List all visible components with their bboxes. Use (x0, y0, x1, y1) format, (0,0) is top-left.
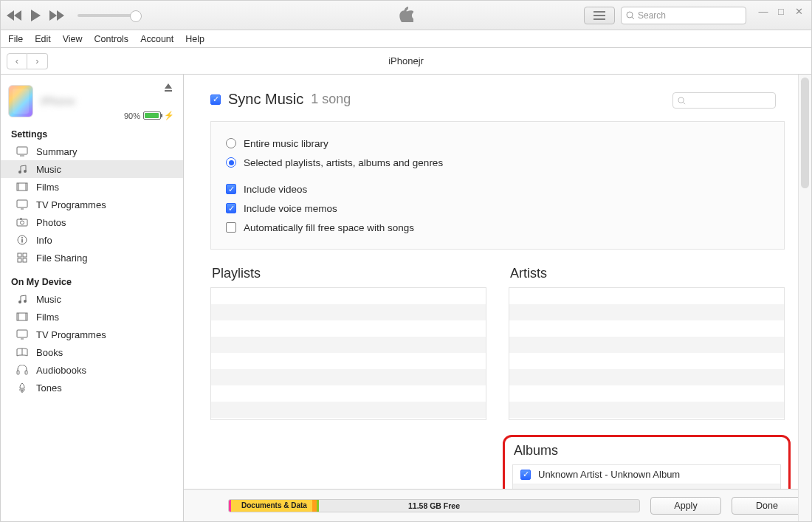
menu-account[interactable]: Account (140, 34, 173, 44)
sync-music-title: Sync Music (228, 91, 303, 108)
capacity-docs-label: Documents & Data (241, 501, 307, 509)
sidebar: iPhone 90% ⚡ Settings SummaryMusicFilmsT… (1, 75, 184, 521)
svg-rect-17 (18, 253, 21, 257)
main-pane: Sync Music 1 song Entire music library S… (184, 75, 811, 521)
sidebar-item-tv-programmes[interactable]: TV Programmes (1, 326, 183, 343)
sidebar-item-photos[interactable]: Photos (1, 213, 183, 231)
sidebar-item-label: Films (36, 182, 59, 193)
sidebar-item-summary[interactable]: Summary (1, 142, 183, 160)
done-button[interactable]: Done (732, 497, 802, 515)
album-row[interactable]: Unknown Artist - Unknown Album (513, 465, 780, 484)
svg-point-0 (627, 12, 633, 18)
sidebar-item-label: Photos (36, 217, 66, 228)
itunes-window: Search — □ ✕ File Edit View Controls Acc… (0, 0, 812, 522)
radio-selected[interactable] (226, 157, 236, 168)
label-selected: Selected playlists, artists, albums and … (244, 157, 443, 168)
volume-slider[interactable] (78, 14, 137, 17)
svg-rect-9 (17, 200, 27, 207)
battery-icon (143, 111, 161, 120)
films-icon (16, 312, 29, 321)
svg-line-33 (683, 102, 685, 104)
sidebar-item-label: TV Programmes (36, 329, 106, 340)
sidebar-item-music[interactable]: Music (1, 290, 183, 308)
sidebar-item-tv-programmes[interactable]: TV Programmes (1, 196, 183, 213)
device-name: iPhone (41, 95, 75, 107)
sidebar-item-films[interactable]: Films (1, 308, 183, 326)
label-include-memos: Include voice memos (244, 203, 337, 214)
sidebar-item-label: Music (36, 294, 61, 305)
tones-icon (16, 382, 29, 393)
sidebar-item-label: Audiobooks (36, 365, 86, 376)
vertical-scrollbar[interactable] (798, 75, 811, 521)
forward-button[interactable] (48, 10, 64, 21)
artists-listbox[interactable] (509, 287, 785, 420)
nav-forward-button[interactable]: › (27, 53, 48, 69)
menu-file[interactable]: File (8, 34, 23, 44)
svg-rect-15 (21, 239, 23, 243)
checkbox-autofill[interactable] (226, 222, 236, 233)
svg-point-21 (18, 301, 21, 303)
sidebar-item-file-sharing[interactable]: File Sharing (1, 249, 183, 267)
svg-point-12 (21, 221, 24, 224)
sidebar-item-films[interactable]: Films (1, 178, 183, 196)
radio-entire-library[interactable] (226, 138, 236, 148)
close-button[interactable]: ✕ (792, 6, 805, 17)
content-search-field[interactable] (672, 92, 776, 109)
battery-status: 90% ⚡ (124, 111, 174, 120)
playlists-listbox[interactable] (210, 287, 486, 420)
apply-button[interactable]: Apply (650, 497, 721, 515)
search-placeholder: Search (638, 10, 666, 21)
checkbox-include-videos[interactable] (226, 184, 236, 194)
menu-controls[interactable]: Controls (94, 34, 129, 44)
sync-options-panel: Entire music library Selected playlists,… (210, 121, 785, 250)
svg-rect-18 (23, 253, 27, 257)
label-include-videos: Include videos (244, 184, 307, 195)
playback-controls (7, 9, 137, 22)
albums-listbox[interactable]: Unknown Artist - Unknown Album (512, 464, 781, 489)
svg-point-22 (24, 300, 27, 303)
maximize-button[interactable]: □ (774, 6, 788, 17)
books-icon (16, 348, 29, 357)
albums-section-highlight: Albums Unknown Artist - Unknown Album (503, 435, 791, 489)
label-autofill: Automatically fill free space with songs (244, 222, 414, 233)
svg-point-4 (18, 171, 21, 174)
info-icon (16, 235, 29, 245)
albums-heading: Albums (514, 443, 785, 459)
player-toolbar: Search — □ ✕ (1, 1, 811, 30)
sync-music-count: 1 song (311, 92, 351, 107)
window-controls: — □ ✕ (757, 6, 805, 24)
rewind-button[interactable] (7, 10, 23, 21)
sidebar-item-label: Music (36, 164, 61, 175)
sidebar-item-music[interactable]: Music (1, 160, 183, 178)
minimize-button[interactable]: — (757, 6, 770, 17)
checkbox-include-memos[interactable] (226, 203, 236, 213)
menu-edit[interactable]: Edit (35, 34, 51, 44)
sidebar-item-label: TV Programmes (36, 199, 106, 210)
search-field[interactable]: Search (621, 7, 746, 24)
device-title: iPhonejr (388, 55, 424, 66)
sidebar-item-info[interactable]: Info (1, 231, 183, 249)
album-label: Unknown Artist - Unknown Album (538, 469, 680, 480)
apps-icon (16, 253, 29, 263)
sidebar-title-ondevice: On My Device (1, 274, 183, 290)
battery-percent: 90% (124, 111, 140, 120)
sync-music-checkbox[interactable] (210, 95, 221, 105)
nav-back-button[interactable]: ‹ (7, 53, 27, 69)
sidebar-item-audiobooks[interactable]: Audiobooks (1, 361, 183, 379)
album-checkbox[interactable] (520, 470, 531, 480)
sidebar-item-label: Summary (36, 146, 78, 157)
menu-view[interactable]: View (63, 34, 83, 44)
play-button[interactable] (29, 9, 42, 22)
view-mode-button[interactable] (584, 7, 615, 24)
svg-rect-11 (17, 219, 27, 226)
svg-rect-26 (17, 330, 27, 337)
music-icon (16, 294, 29, 304)
svg-rect-13 (20, 219, 22, 220)
sidebar-item-books[interactable]: Books (1, 343, 183, 361)
sidebar-item-label: Books (36, 347, 63, 358)
tv-icon (16, 199, 29, 210)
sidebar-item-tones[interactable]: Tones (1, 379, 183, 396)
eject-icon[interactable] (164, 83, 173, 95)
menu-help[interactable]: Help (185, 34, 204, 44)
nav-strip: ‹ › iPhonejr (1, 48, 811, 75)
